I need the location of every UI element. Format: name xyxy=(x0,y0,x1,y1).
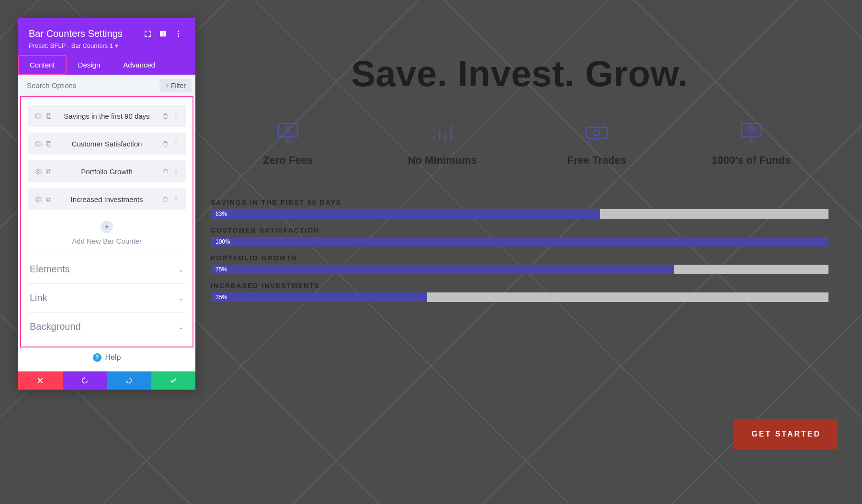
monitor-clock-icon xyxy=(674,119,829,146)
svg-point-36 xyxy=(175,197,176,198)
bar-percent: 35% xyxy=(216,294,227,301)
help-label: Help xyxy=(105,353,121,362)
feature-no-minimums: No Minimums xyxy=(365,119,520,167)
save-button[interactable] xyxy=(151,371,196,390)
svg-point-16 xyxy=(178,31,179,32)
plus-icon: + xyxy=(165,82,169,90)
chevron-down-icon: ⌄ xyxy=(178,266,184,273)
svg-point-21 xyxy=(175,113,176,114)
columns-icon[interactable] xyxy=(156,27,170,40)
bar-item[interactable]: Increased Investments xyxy=(28,188,186,210)
expand-icon[interactable] xyxy=(141,27,154,40)
duplicate-icon[interactable] xyxy=(43,166,54,177)
feature-funds: 1000's of Funds xyxy=(674,119,829,167)
chevron-down-icon: ▾ xyxy=(115,42,118,49)
filter-button[interactable]: + Filter xyxy=(159,79,192,92)
trash-icon[interactable] xyxy=(160,111,170,121)
svg-rect-8 xyxy=(586,127,607,139)
bar-title: CUSTOMER SATISFACTION xyxy=(211,226,828,234)
trash-icon[interactable] xyxy=(160,138,170,149)
svg-point-9 xyxy=(594,130,600,136)
duplicate-icon[interactable] xyxy=(43,194,54,204)
bar-percent: 100% xyxy=(216,238,230,245)
svg-point-18 xyxy=(178,35,179,37)
bar-percent: 63% xyxy=(216,211,227,217)
search-input[interactable] xyxy=(22,78,156,92)
cash-icon xyxy=(520,119,674,146)
svg-point-38 xyxy=(175,201,176,202)
gear-icon[interactable] xyxy=(33,166,43,177)
kebab-icon[interactable] xyxy=(171,27,185,40)
section-link[interactable]: Link⌄ xyxy=(28,283,186,312)
help-link[interactable]: ? Help xyxy=(18,347,195,371)
section-admin[interactable]: Admin Label⌄ xyxy=(28,341,186,347)
hero-title: Save. Invest. Grow. xyxy=(201,53,838,94)
svg-point-31 xyxy=(175,169,176,170)
svg-point-37 xyxy=(175,199,176,200)
chevron-down-icon: ⌄ xyxy=(178,323,184,331)
svg-point-17 xyxy=(178,33,179,34)
feature-label: 1000's of Funds xyxy=(674,154,829,167)
kebab-icon[interactable] xyxy=(170,111,181,121)
svg-point-27 xyxy=(175,143,176,144)
svg-point-32 xyxy=(175,171,176,172)
section-background[interactable]: Background⌄ xyxy=(28,312,186,341)
tab-design[interactable]: Design xyxy=(67,55,112,75)
bar-item-label: Savings in the first 90 days xyxy=(54,112,160,120)
preset-selector[interactable]: Preset: BFLP - Bar Counters 1 ▾ xyxy=(29,42,185,49)
svg-rect-19 xyxy=(47,115,51,119)
svg-rect-35 xyxy=(46,197,50,201)
kebab-icon[interactable] xyxy=(170,194,181,204)
bar-item[interactable]: Savings in the first 90 days xyxy=(28,105,186,127)
section-label: Elements xyxy=(30,264,69,275)
undo-button[interactable] xyxy=(63,371,107,390)
feature-label: No Minimums xyxy=(365,154,520,167)
gear-icon[interactable] xyxy=(33,138,43,149)
chevron-down-icon: ⌄ xyxy=(178,294,184,302)
panel-footer xyxy=(18,371,195,390)
filter-label: Filter xyxy=(171,82,186,90)
svg-point-28 xyxy=(175,145,176,146)
svg-rect-24 xyxy=(47,143,51,146)
tab-advanced[interactable]: Advanced xyxy=(112,55,167,75)
add-button[interactable]: + xyxy=(101,221,113,233)
bar-row: SAVINGS IN THE FIRST 90 DAYS 63% xyxy=(211,199,828,219)
duplicate-icon[interactable] xyxy=(43,138,54,149)
trash-icon[interactable] xyxy=(160,166,170,177)
svg-rect-30 xyxy=(46,169,50,173)
bar-row: PORTFOLIO GROWTH 75% xyxy=(211,254,828,274)
panel-header: Bar Counters Settings Preset: BFLP - Bar… xyxy=(18,18,195,55)
bar-item-label: Customer Satisfaction xyxy=(54,140,160,148)
bar-chart-icon xyxy=(365,119,520,146)
gear-icon[interactable] xyxy=(33,194,43,204)
svg-rect-34 xyxy=(47,198,51,202)
bar-item[interactable]: Portfolio Growth xyxy=(28,160,186,182)
monitor-user-icon xyxy=(211,119,365,146)
bar-title: SAVINGS IN THE FIRST 90 DAYS xyxy=(211,199,828,206)
preset-label: Preset: BFLP - Bar Counters 1 xyxy=(29,42,113,49)
svg-rect-25 xyxy=(46,141,50,145)
trash-icon[interactable] xyxy=(160,194,170,204)
panel-title: Bar Counters Settings xyxy=(29,28,139,39)
search-row: + Filter xyxy=(18,75,195,96)
svg-point-33 xyxy=(175,173,176,174)
section-label: Background xyxy=(30,321,81,332)
content-card: Save. Invest. Grow. Zero Fees No Minimum… xyxy=(201,0,838,437)
section-elements[interactable]: Elements⌄ xyxy=(28,255,186,283)
tab-content[interactable]: Content xyxy=(18,55,67,75)
svg-rect-20 xyxy=(46,113,50,117)
kebab-icon[interactable] xyxy=(170,138,181,149)
bar-item[interactable]: Customer Satisfaction xyxy=(28,133,186,155)
feature-label: Free Trades xyxy=(520,154,674,167)
kebab-icon[interactable] xyxy=(170,166,181,177)
close-button[interactable] xyxy=(18,371,63,390)
get-started-button[interactable]: GET STARTED xyxy=(734,419,838,449)
panel-tabs: Content Design Advanced xyxy=(18,55,195,75)
gear-icon[interactable] xyxy=(33,111,43,121)
bar-percent: 75% xyxy=(216,266,227,273)
redo-button[interactable] xyxy=(107,371,151,390)
feature-zero-fees: Zero Fees xyxy=(211,119,365,167)
svg-point-23 xyxy=(175,117,176,118)
duplicate-icon[interactable] xyxy=(43,111,54,121)
bar-item-label: Increased Investments xyxy=(54,195,160,203)
